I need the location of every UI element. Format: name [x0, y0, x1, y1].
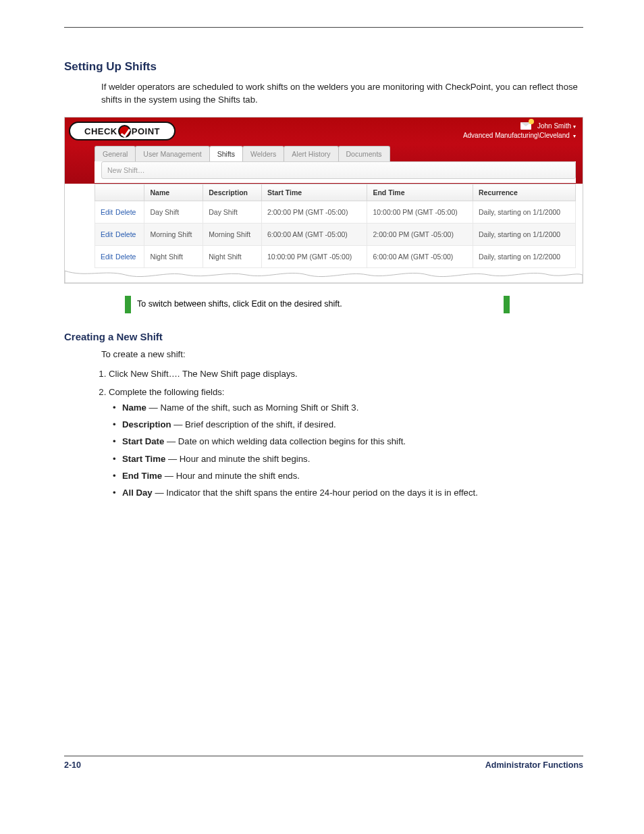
cell-end: 10:00:00 PM (GMT -05:00) — [367, 201, 473, 224]
cell-name: Day Shift — [144, 201, 203, 224]
delete-link[interactable]: Delete — [115, 230, 136, 238]
field-label: All Day — [122, 488, 155, 498]
cell-actions: EditDelete — [95, 224, 144, 246]
screenshot: CHECK POINT John Smith▾ Advanced Manufac… — [64, 117, 583, 284]
edit-link[interactable]: Edit — [101, 253, 113, 261]
tab-general[interactable]: General — [95, 146, 136, 161]
mail-icon[interactable] — [520, 122, 531, 130]
footer-section: Administrator Functions — [485, 760, 583, 770]
cell-rec: Daily, starting on 1/1/2000 — [473, 224, 575, 246]
field-desc: — Date on which welding data collection … — [167, 436, 406, 446]
col-recurrence: Recurrence — [473, 184, 575, 201]
cell-rec: Daily, starting on 1/2/2000 — [473, 246, 575, 268]
tab-user-management[interactable]: User Management — [135, 146, 209, 161]
field-item: Name — Name of the shift, such as Mornin… — [122, 401, 583, 414]
cell-name: Morning Shift — [144, 224, 203, 246]
field-desc: — Name of the shift, such as Morning Shi… — [149, 402, 359, 413]
user-menu[interactable]: John Smith▾ — [537, 122, 576, 130]
shifts-table: NameDescriptionStart TimeEnd TimeRecurre… — [95, 184, 576, 268]
note-callout: To switch between shifts, click Edit on … — [125, 296, 510, 313]
section-intro: If welder operators are scheduled to wor… — [101, 80, 583, 106]
step-item: Click New Shift…. The New Shift page dis… — [109, 367, 583, 380]
delete-link[interactable]: Delete — [115, 253, 136, 261]
footer-page-number: 2-10 — [64, 760, 81, 770]
tab-welders[interactable]: Welders — [242, 146, 284, 161]
field-label: Description — [122, 419, 173, 429]
cell-actions: EditDelete — [95, 201, 144, 224]
app-window: CHECK POINT John Smith▾ Advanced Manufac… — [64, 117, 583, 284]
field-label: Start Time — [122, 454, 168, 464]
step-heading: Creating a New Shift — [64, 331, 583, 342]
tab-bar: GeneralUser ManagementShiftsWeldersAlert… — [95, 146, 390, 161]
field-desc: — Brief description of the shift, if des… — [173, 419, 336, 429]
field-item: All Day — Indicator that the shift spans… — [122, 486, 583, 499]
col-actions — [95, 184, 144, 201]
cell-end: 6:00:00 AM (GMT -05:00) — [367, 246, 473, 268]
edit-link[interactable]: Edit — [101, 208, 113, 216]
chevron-down-icon: ▾ — [572, 133, 576, 139]
cell-desc: Morning Shift — [203, 224, 262, 246]
org-menu[interactable]: Advanced Manufacturing\Cleveland ▾ — [463, 132, 576, 139]
tab-shifts[interactable]: Shifts — [209, 146, 243, 161]
field-label: End Time — [122, 471, 165, 481]
field-desc: — Hour and minute the shift ends. — [165, 471, 300, 481]
steps-list: Click New Shift…. The New Shift page dis… — [64, 367, 583, 499]
table-row: EditDeleteNight ShiftNight Shift10:00:00… — [95, 246, 576, 268]
brand-logo: CHECK POINT — [69, 122, 176, 140]
cell-name: Night Shift — [144, 246, 203, 268]
field-desc: — Hour and minute the shift begins. — [168, 454, 310, 464]
table-row: EditDeleteDay ShiftDay Shift2:00:00 PM (… — [95, 201, 576, 224]
field-item: Start Time — Hour and minute the shift b… — [122, 452, 583, 465]
brand-check-icon — [118, 125, 131, 138]
col-name: Name — [144, 184, 203, 201]
header-user-block: John Smith▾ Advanced Manufacturing\Cleve… — [463, 122, 576, 139]
app-header: CHECK POINT John Smith▾ Advanced Manufac… — [65, 118, 583, 184]
torn-edge — [65, 268, 583, 283]
field-item: Start Date — Date on which welding data … — [122, 435, 583, 448]
col-start-time: Start Time — [261, 184, 367, 201]
cell-actions: EditDelete — [95, 246, 144, 268]
cell-start: 6:00:00 AM (GMT -05:00) — [261, 224, 367, 246]
section-heading: Setting Up Shifts — [64, 60, 583, 74]
chevron-down-icon: ▾ — [573, 124, 576, 130]
cell-rec: Daily, starting on 1/1/2000 — [473, 201, 575, 224]
toolbar: New Shift… — [101, 161, 576, 179]
delete-link[interactable]: Delete — [115, 208, 136, 216]
field-label: Start Date — [122, 436, 167, 446]
cell-desc: Day Shift — [203, 201, 262, 224]
tab-documents[interactable]: Documents — [338, 146, 390, 161]
col-end-time: End Time — [367, 184, 473, 201]
brand-left: CHECK — [84, 126, 117, 136]
page-footer: 2-10 Administrator Functions — [64, 756, 583, 770]
field-label: Name — [122, 402, 149, 413]
field-item: End Time — Hour and minute the shift end… — [122, 469, 583, 482]
cell-desc: Night Shift — [203, 246, 262, 268]
tab-alert-history[interactable]: Alert History — [284, 146, 338, 161]
step-item: Complete the following fields:Name — Nam… — [109, 386, 583, 499]
note-text: To switch between shifts, click Edit on … — [137, 298, 498, 311]
user-name: John Smith — [537, 122, 571, 130]
field-desc: — Indicator that the shift spans the ent… — [155, 488, 477, 498]
edit-link[interactable]: Edit — [101, 230, 113, 238]
cell-start: 10:00:00 PM (GMT -05:00) — [261, 246, 367, 268]
field-item: Description — Brief description of the s… — [122, 418, 583, 431]
col-description: Description — [203, 184, 262, 201]
brand-right: POINT — [132, 126, 160, 136]
step-intro: To create a new shift: — [101, 348, 583, 361]
grid-area: NameDescriptionStart TimeEnd TimeRecurre… — [65, 184, 583, 268]
cell-end: 2:00:00 PM (GMT -05:00) — [367, 224, 473, 246]
cell-start: 2:00:00 PM (GMT -05:00) — [261, 201, 367, 224]
table-row: EditDeleteMorning ShiftMorning Shift6:00… — [95, 224, 576, 246]
org-path: Advanced Manufacturing\Cleveland — [463, 132, 570, 139]
new-shift-button[interactable]: New Shift… — [107, 166, 144, 174]
field-bullets: Name — Name of the shift, such as Mornin… — [109, 401, 583, 499]
